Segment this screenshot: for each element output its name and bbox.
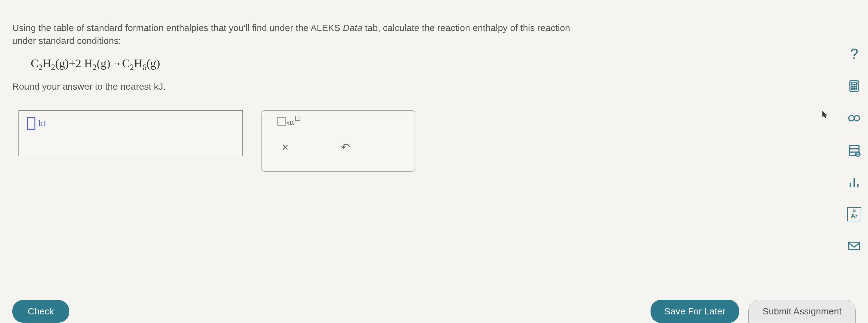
mail-icon[interactable]: [846, 238, 862, 254]
svg-point-8: [849, 115, 855, 121]
chemical-equation: C2H2(g)+2 H2(g)→C2H6(g): [31, 57, 856, 72]
numeric-input[interactable]: [27, 117, 35, 130]
submit-button[interactable]: Submit Assignment: [748, 300, 856, 323]
svg-point-2: [851, 86, 852, 87]
periodic-table-icon[interactable]: 18 Ar: [847, 207, 861, 221]
question-text: Using the table of standard formation en…: [12, 22, 856, 47]
help-icon[interactable]: ?: [846, 46, 862, 62]
infinity-icon[interactable]: [846, 111, 862, 126]
data-table-icon[interactable]: [846, 143, 862, 158]
sci-base-box: [277, 117, 286, 125]
sci-x10-label: x10: [287, 120, 294, 126]
unit-label: kJ: [38, 118, 46, 128]
calculator-icon[interactable]: [846, 78, 862, 94]
bar-chart-icon[interactable]: [846, 175, 862, 190]
sci-exponent-box: [295, 116, 300, 121]
check-button[interactable]: Check: [12, 300, 69, 323]
undo-icon[interactable]: ↶: [341, 141, 350, 154]
cursor-icon: [822, 111, 828, 121]
answer-input-box[interactable]: kJ: [19, 110, 243, 156]
svg-point-6: [854, 88, 855, 89]
save-button[interactable]: Save For Later: [651, 300, 739, 323]
question-area: Using the table of standard formation en…: [0, 0, 868, 172]
rounding-instruction: Round your answer to the nearest kJ.: [12, 81, 856, 92]
tools-panel: x10 × ↶: [261, 110, 415, 172]
svg-point-9: [854, 115, 860, 121]
svg-rect-1: [851, 82, 857, 84]
svg-rect-17: [849, 242, 860, 250]
footer-bar: Check Save For Later Submit Assignment: [0, 293, 868, 323]
clear-icon[interactable]: ×: [282, 141, 288, 154]
svg-point-3: [854, 86, 855, 87]
svg-point-5: [851, 88, 852, 89]
element-symbol: Ar: [851, 212, 858, 219]
scientific-notation-button[interactable]: x10: [277, 117, 408, 125]
element-number: 18: [852, 209, 856, 212]
sidebar-tools: ? 1: [846, 46, 862, 254]
svg-point-7: [856, 88, 857, 89]
svg-point-4: [856, 86, 857, 87]
